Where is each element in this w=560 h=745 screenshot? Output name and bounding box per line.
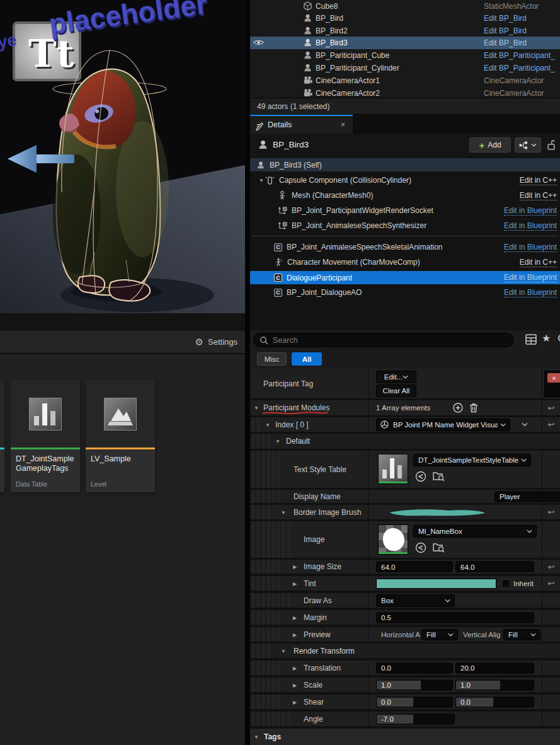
outliner-row-selected[interactable]: BP_Bird3 Edit BP_Bird <box>250 37 560 49</box>
edit-blueprint-link[interactable]: Edit BP_Pariticipant_ <box>484 64 555 72</box>
display-name-input[interactable] <box>494 491 560 502</box>
filter-misc-button[interactable]: Misc <box>257 352 287 366</box>
viewport-3d[interactable]: Tt Tt placeholder placeholder ye <box>0 0 245 313</box>
search-input[interactable] <box>273 336 487 345</box>
asset-tile-level[interactable]: LV_Sample Level <box>86 380 155 492</box>
component-row[interactable]: Character Movement (CharMoveComp) Edit i… <box>250 256 560 269</box>
expander-icon[interactable]: ▼ <box>258 178 265 183</box>
shear-y-input[interactable]: 0.0 <box>455 696 534 707</box>
expander-icon[interactable]: ▼ <box>265 422 270 427</box>
scale-y-input[interactable]: 1.0 <box>455 679 534 690</box>
favorites-star-icon[interactable]: ★ <box>542 332 551 344</box>
category-default[interactable]: ▼ Default <box>250 434 560 449</box>
draw-as-dropdown[interactable]: Box <box>376 594 455 607</box>
category-render-transform[interactable]: ▼ Render Transform <box>250 644 560 658</box>
edit-in-cpp-link[interactable]: Edit in C++ <box>520 191 557 200</box>
edit-in-blueprint-link[interactable]: Edit in Blueprint <box>504 243 557 252</box>
edit-in-blueprint-link[interactable]: Edit in Blueprint <box>504 221 557 231</box>
datatable-thumbnail[interactable] <box>378 454 408 484</box>
expander-icon[interactable]: ▶ <box>293 632 297 637</box>
outliner-row[interactable]: BP_Pariticipant_Cube Edit BP_Pariticipan… <box>250 49 560 62</box>
component-row[interactable]: C BP_Joint_DialogueAO Edit in Blueprint <box>250 286 560 299</box>
edit-in-cpp-link[interactable]: Edit in C++ <box>520 258 557 267</box>
component-row-self[interactable]: BP_Bird3 (Self) <box>250 158 560 171</box>
reset-to-default-icon[interactable]: ↩ <box>542 505 560 519</box>
tag-clear-all-button[interactable]: Clear All <box>376 384 416 397</box>
module-class-dropdown[interactable]: BP Joint PM Name Widget Visual <box>376 419 510 431</box>
angle-input[interactable]: -7.0 <box>376 713 455 724</box>
settings-button[interactable]: ⚙ Settings <box>195 331 237 353</box>
asset-tile-partial[interactable] <box>0 380 4 492</box>
expander-icon[interactable]: ▼ <box>254 405 259 411</box>
add-element-icon[interactable] <box>453 403 463 413</box>
translation-y-input[interactable]: 20.0 <box>455 662 534 673</box>
blueprint-hierarchy-button[interactable] <box>515 137 541 153</box>
edit-blueprint-link[interactable]: Edit BP_Bird <box>484 14 527 23</box>
category-tags[interactable]: ▼ Tags <box>250 729 560 745</box>
expander-icon[interactable]: ▼ <box>281 648 286 654</box>
outliner-row[interactable]: BP_Pariticipant_Cylinder Edit BP_Paritic… <box>250 62 560 74</box>
asset-tile-datatable[interactable]: DT_JointSample GameplayTags Data Table <box>11 380 80 492</box>
component-row[interactable]: Mesh (CharacterMesh0) Edit in C++ <box>250 189 560 202</box>
reset-to-default-icon[interactable]: ↩ <box>542 576 560 591</box>
outliner-row[interactable]: BP_Bird Edit BP_Bird <box>250 12 560 25</box>
edit-blueprint-link[interactable]: Edit BP_Bird <box>484 26 527 35</box>
lock-open-icon[interactable] <box>546 139 556 151</box>
text-style-table-dropdown[interactable]: DT_JointSampleTextStyleTable <box>413 454 531 466</box>
reset-to-default-icon[interactable]: ↩ <box>542 400 560 415</box>
expander-icon[interactable]: ▶ <box>293 580 297 586</box>
element-options-chevron-icon[interactable] <box>522 422 528 427</box>
reset-to-default-icon[interactable]: ↩ <box>542 417 560 432</box>
edit-in-cpp-link[interactable]: Edit in C++ <box>520 176 557 185</box>
settings-gear-icon[interactable]: ⚙ <box>557 332 560 344</box>
add-component-button[interactable]: + Add <box>469 137 511 153</box>
expander-icon[interactable]: ▶ <box>293 665 297 671</box>
outliner-row[interactable]: Cube8 StaticMeshActor <box>250 0 560 13</box>
component-row[interactable]: BP_Joint_AnimaleseSpeechSynthesizer Edit… <box>250 219 560 232</box>
search-box[interactable] <box>253 333 514 347</box>
remove-tag-icon[interactable]: × <box>547 373 560 383</box>
display-grid-icon[interactable] <box>525 334 537 345</box>
edit-in-blueprint-link[interactable]: Edit in Blueprint <box>504 288 557 297</box>
browse-to-asset-icon[interactable] <box>433 471 445 482</box>
image-size-y-input[interactable]: 64.0 <box>455 562 534 572</box>
vertical-alignment-dropdown[interactable]: Fill <box>503 629 540 640</box>
expander-icon[interactable]: ▼ <box>254 734 259 740</box>
shear-x-input[interactable]: 0.0 <box>376 696 453 707</box>
filter-all-button[interactable]: All <box>292 352 322 366</box>
tab-details[interactable]: Details × <box>250 115 353 134</box>
inherit-checkbox[interactable] <box>501 579 510 588</box>
edit-blueprint-link[interactable]: Edit BP_Bird <box>484 38 527 47</box>
edit-in-blueprint-link[interactable]: Edit in Blueprint <box>504 273 557 282</box>
component-row-selected[interactable]: C DialogueParticipant Edit in Blueprint <box>250 271 560 284</box>
expander-icon[interactable]: ▼ <box>281 509 286 515</box>
outliner-row[interactable]: BP_Bird2 Edit BP_Bird <box>250 25 560 37</box>
margin-input[interactable]: 0.5 <box>376 612 534 623</box>
tint-color-swatch[interactable] <box>376 579 496 589</box>
expander-icon[interactable]: ▶ <box>293 699 297 705</box>
panel-divider[interactable] <box>245 0 250 745</box>
component-row[interactable]: ▼ Capsule Component (CollisionCylinder) … <box>250 174 560 187</box>
component-row[interactable]: C BP_Joint_AnimaleseSpeechSkeletalAnimat… <box>250 241 560 253</box>
component-row[interactable]: BP_Joint_ParticipantWidgetRenderSocket E… <box>250 204 560 217</box>
image-size-x-input[interactable]: 64.0 <box>376 562 453 572</box>
browse-to-asset-icon[interactable] <box>433 542 445 553</box>
edit-in-blueprint-link[interactable]: Edit in Blueprint <box>504 206 557 216</box>
use-selected-icon[interactable] <box>415 471 426 482</box>
use-selected-icon[interactable] <box>415 542 426 553</box>
expander-icon[interactable]: ▶ <box>293 682 297 688</box>
outliner-row[interactable]: CineCameraActor1 CineCameraActor <box>250 74 560 87</box>
outliner-row[interactable]: CineCameraActor2 CineCameraActor <box>250 87 560 98</box>
translation-x-input[interactable]: 0.0 <box>376 662 453 673</box>
tag-edit-button[interactable]: Edit... <box>376 371 416 383</box>
visibility-eye-icon[interactable] <box>253 39 264 46</box>
scale-x-input[interactable]: 1.0 <box>376 679 453 690</box>
close-icon[interactable]: × <box>341 120 345 129</box>
expander-icon[interactable]: ▶ <box>293 564 297 570</box>
expander-icon[interactable]: ▼ <box>275 439 280 444</box>
delete-elements-icon[interactable] <box>469 403 478 413</box>
image-material-dropdown[interactable]: MI_NameBox <box>413 525 537 538</box>
image-thumbnail[interactable] <box>378 524 408 555</box>
horizontal-alignment-dropdown[interactable]: Fill <box>421 629 458 640</box>
edit-blueprint-link[interactable]: Edit BP_Pariticipant_ <box>484 51 555 60</box>
